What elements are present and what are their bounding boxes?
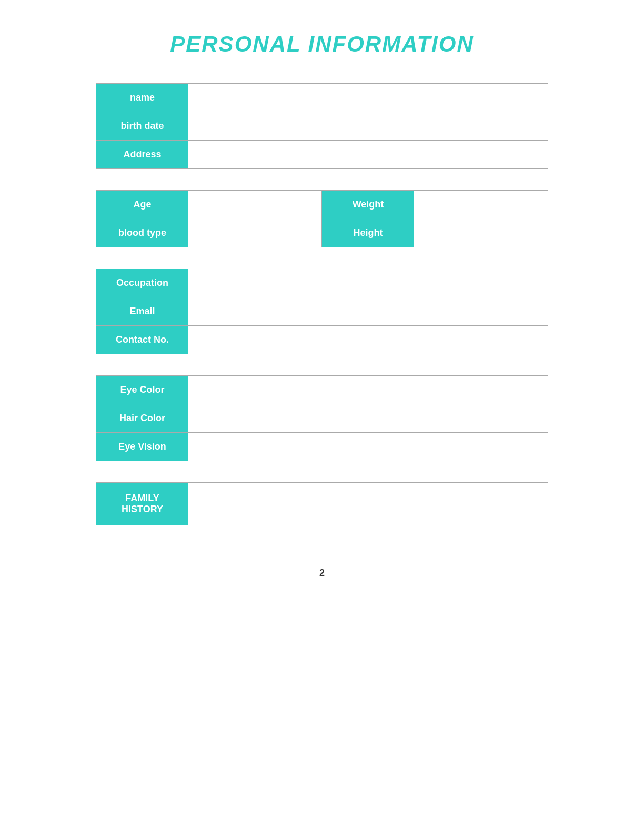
- age-group: Age: [96, 191, 322, 219]
- age-weight-row: Age Weight: [96, 191, 548, 219]
- address-value[interactable]: [188, 141, 548, 168]
- birthdate-label: birth date: [96, 112, 188, 140]
- address-row: Address: [96, 141, 548, 168]
- weight-group: Weight: [322, 191, 548, 219]
- contact-label: Contact No.: [96, 326, 188, 354]
- haircolor-label: Hair Color: [96, 404, 188, 432]
- page-title: PERSONAL INFORMATION: [170, 32, 474, 57]
- email-row: Email: [96, 297, 548, 326]
- birthdate-value[interactable]: [188, 112, 548, 140]
- height-value[interactable]: [414, 219, 548, 247]
- eyecolor-row: Eye Color: [96, 376, 548, 404]
- haircolor-row: Hair Color: [96, 404, 548, 433]
- bloodtype-value[interactable]: [188, 219, 321, 247]
- contact-row: Contact No.: [96, 326, 548, 354]
- physical-info-section: Age Weight blood type Height: [96, 190, 548, 247]
- name-value[interactable]: [188, 84, 548, 112]
- bloodtype-group: blood type: [96, 219, 322, 247]
- age-label: Age: [96, 191, 188, 219]
- familyhistory-label: FAMILY HISTORY: [96, 483, 188, 525]
- occupation-row: Occupation: [96, 269, 548, 297]
- eyevision-label: Eye Vision: [96, 433, 188, 461]
- basic-info-section: name birth date Address: [96, 83, 548, 169]
- eyecolor-label: Eye Color: [96, 376, 188, 404]
- eyecolor-value[interactable]: [188, 376, 548, 404]
- bloodtype-height-row: blood type Height: [96, 219, 548, 247]
- contact-value[interactable]: [188, 326, 548, 354]
- occupation-value[interactable]: [188, 269, 548, 297]
- eyevision-value[interactable]: [188, 433, 548, 461]
- weight-label: Weight: [322, 191, 414, 219]
- page-number: 2: [319, 568, 325, 579]
- haircolor-value[interactable]: [188, 404, 548, 432]
- eyevision-row: Eye Vision: [96, 433, 548, 461]
- address-label: Address: [96, 141, 188, 168]
- email-value[interactable]: [188, 297, 548, 325]
- age-value[interactable]: [188, 191, 321, 219]
- name-label: name: [96, 84, 188, 112]
- email-label: Email: [96, 297, 188, 325]
- familyhistory-value[interactable]: [188, 483, 548, 525]
- name-row: name: [96, 84, 548, 112]
- contact-info-section: Occupation Email Contact No.: [96, 269, 548, 354]
- height-label: Height: [322, 219, 414, 247]
- birthdate-row: birth date: [96, 112, 548, 141]
- family-history-section: FAMILY HISTORY: [96, 482, 548, 525]
- occupation-label: Occupation: [96, 269, 188, 297]
- appearance-section: Eye Color Hair Color Eye Vision: [96, 375, 548, 461]
- weight-value[interactable]: [414, 191, 548, 219]
- height-group: Height: [322, 219, 548, 247]
- familyhistory-row: FAMILY HISTORY: [96, 483, 548, 525]
- bloodtype-label: blood type: [96, 219, 188, 247]
